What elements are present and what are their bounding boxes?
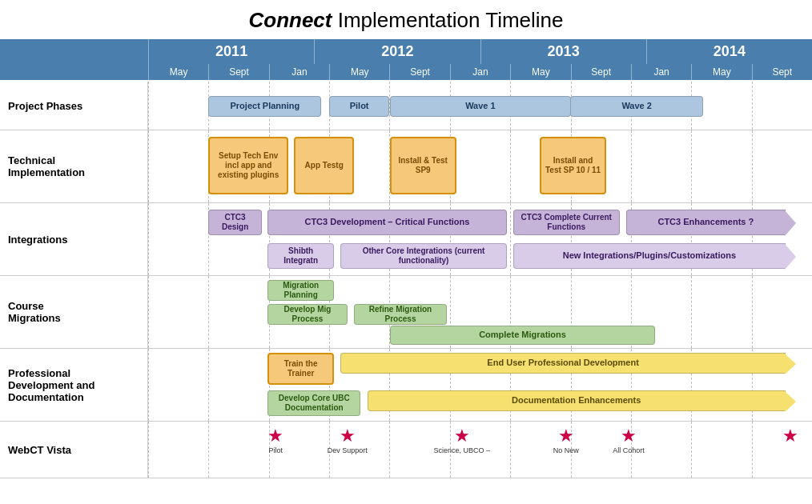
professional-development-row: ProfessionalDevelopment andDocumentation… <box>0 349 812 422</box>
project-phases-label: Project Phases <box>0 82 148 130</box>
webct-vista-content: ★ Pilot ★ Dev Support ★ Science, UBCO – … <box>148 422 812 478</box>
star-end: ★ <box>782 426 798 446</box>
refine-migration-bar: Refine Migration Process <box>354 304 447 325</box>
page-title: Connect Implementation Timeline <box>0 0 812 39</box>
year-2011: 2011 <box>148 39 314 64</box>
course-migrations-content: Migration Planning Develop Mig Process R… <box>148 276 812 348</box>
ctc3-enhance-bar: CTC3 Enhancements ? <box>626 210 786 235</box>
project-phases-content: Project Planning Pilot Wave 1 Wave 2 <box>148 82 812 130</box>
star-all-cohort: ★ All Cohort <box>613 426 645 454</box>
project-planning-bar: Project Planning <box>208 96 321 117</box>
technical-implementation-row: TechnicalImplementation Setup Tech Env i… <box>0 130 812 203</box>
pilot-bar: Pilot <box>329 96 389 117</box>
month-may-4: May <box>691 64 751 80</box>
month-sept-4: Sept <box>752 64 812 80</box>
ctc3-dev-bar: CTC3 Development – Critical Functions <box>267 210 506 235</box>
technical-implementation-content: Setup Tech Env incl app and existing plu… <box>148 130 812 202</box>
install-test-sp1011-bar: Install and Test SP 10 / 11 <box>540 137 606 194</box>
setup-tech-bar: Setup Tech Env incl app and existing plu… <box>208 137 287 194</box>
ctc3-complete-bar: CTC3 Complete Current Functions <box>513 210 620 235</box>
develop-mig-bar: Develop Mig Process <box>267 304 347 325</box>
star-dev-support: ★ Dev Support <box>328 426 368 454</box>
end-user-pd-bar: End User Professional Development <box>340 353 785 374</box>
train-trainer-bar: Train the Trainer <box>267 353 334 385</box>
integrations-label: Integrations <box>0 203 148 275</box>
wave1-bar: Wave 1 <box>390 96 571 117</box>
professional-development-content: Train the Trainer End User Professional … <box>148 349 812 421</box>
month-sept-3: Sept <box>571 64 631 80</box>
month-jan-3: Jan <box>631 64 691 80</box>
webct-vista-label: WebCT Vista <box>0 422 148 478</box>
install-test-sp9-bar: Install & Test SP9 <box>390 137 456 194</box>
course-migrations-label: CourseMigrations <box>0 276 148 348</box>
project-phases-row: Project Phases Project Planning Pilot <box>0 82 812 130</box>
star-science-ubco: ★ Science, UBCO – <box>433 426 490 454</box>
ctc3-design-bar: CTC3 Design <box>208 210 261 235</box>
complete-migrations-bar: Complete Migrations <box>390 326 656 345</box>
month-jan-1: Jan <box>269 64 329 80</box>
develop-core-ubc-bar: Develop Core UBC Documentation <box>267 390 360 416</box>
app-testg-bar: App Testg <box>294 137 354 194</box>
professional-development-label: ProfessionalDevelopment andDocumentation <box>0 349 148 421</box>
other-core-bar: Other Core Integrations (current functio… <box>340 243 506 269</box>
star-pilot: ★ Pilot <box>267 426 283 454</box>
timeline-container: 2011 2012 2013 2014 May Sept Jan May Sep… <box>0 39 812 478</box>
month-jan-2: Jan <box>450 64 510 80</box>
year-2014: 2014 <box>646 39 812 64</box>
integrations-content: CTC3 Design CTC3 Development – Critical … <box>148 203 812 275</box>
month-may-2: May <box>329 64 389 80</box>
month-sept-1: Sept <box>208 64 268 80</box>
wave2-bar: Wave 2 <box>570 96 703 117</box>
year-2013: 2013 <box>480 39 646 64</box>
shibth-bar: Shibth Integratn <box>267 243 334 269</box>
month-may-3: May <box>510 64 570 80</box>
star-no-new: ★ No New <box>553 426 579 454</box>
migration-planning-bar: Migration Planning <box>267 280 334 301</box>
course-migrations-row: CourseMigrations Migration Planning Deve… <box>0 276 812 349</box>
month-may-1: May <box>148 64 208 80</box>
month-sept-2: Sept <box>389 64 449 80</box>
year-2012: 2012 <box>314 39 480 64</box>
technical-implementation-label: TechnicalImplementation <box>0 130 148 202</box>
integrations-row: Integrations CTC3 Design CTC3 Developmen… <box>0 203 812 276</box>
new-integrations-bar: New Integrations/Plugins/Customizations <box>513 243 786 269</box>
doc-enhancements-bar: Documentation Enhancements <box>368 390 786 411</box>
webct-vista-row: WebCT Vista ★ Pilot ★ Dev Support ★ Scie… <box>0 422 812 478</box>
